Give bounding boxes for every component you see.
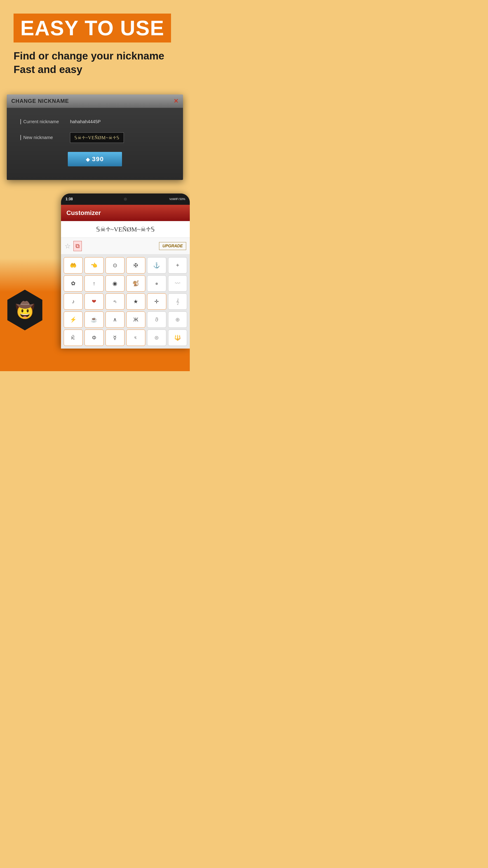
phone-notch — [119, 197, 132, 202]
symbol-cell[interactable]: ⊛ — [147, 330, 166, 346]
new-nickname-input[interactable]: 𝕊☠♱~VEÑØM~☠♱𝕊 — [70, 132, 124, 143]
star-icon[interactable]: ☆ — [65, 242, 71, 250]
status-right: VoWiFi 50% — [169, 197, 185, 201]
status-time: 1:38 — [66, 197, 73, 201]
symbol-cell[interactable]: ∧ — [105, 311, 125, 328]
phone-frame: 1:38 VoWiFi 50% Customizer 𝕊☠♱~VEÑØM~☠♱𝕊 — [61, 193, 190, 348]
symbol-cell[interactable]: ✿ — [64, 275, 83, 291]
symbol-cell[interactable]: 〰 — [168, 275, 187, 291]
symbol-cell[interactable]: ⊕ — [168, 311, 187, 328]
symbol-cell[interactable]: ✦ — [168, 257, 187, 274]
symbol-cell[interactable]: 🐒 — [126, 275, 145, 291]
symbol-cell[interactable]: 𝄞 — [168, 293, 187, 310]
symbol-cell[interactable]: Φ — [85, 330, 103, 346]
symbol-cell[interactable]: ❤ — [85, 293, 103, 310]
app-title: Customizer — [66, 209, 101, 216]
symbol-cell[interactable]: ϑ — [147, 311, 166, 328]
symbol-cell[interactable]: ♪ — [64, 293, 83, 310]
symbol-cell[interactable]: ⚓ — [147, 257, 166, 274]
symbol-cell[interactable]: ◉ — [105, 275, 125, 291]
app-header: Customizer — [61, 205, 190, 221]
nickname-display: 𝕊☠♱~VEÑØM~☠♱𝕊 — [61, 221, 190, 238]
symbol-cell[interactable]: ⚡ — [64, 311, 83, 328]
symbol-toolbar: ☆ ⧉ UPGRADE — [61, 238, 190, 254]
easy-to-use-banner: EASY TO USE — [13, 13, 171, 42]
dialog-title: CHANGE NICKNAME — [11, 98, 69, 104]
symbol-cell[interactable]: ● — [147, 275, 166, 291]
subtitle-line2: Fast and easy — [13, 64, 82, 75]
current-nickname-label: Current nickname — [20, 119, 66, 124]
current-nickname-value: hahahah4445P — [70, 119, 101, 124]
symbol-cell[interactable]: 𑁯 — [105, 293, 125, 310]
new-nickname-row: New nickname 𝕊☠♱~VEÑØM~☠♱𝕊 — [20, 132, 169, 143]
copy-icon[interactable]: ⧉ — [73, 241, 82, 251]
symbol-cell[interactable]: 🔱 — [168, 330, 187, 346]
notch-camera — [124, 197, 127, 201]
subtitle: Find or change your nickname Fast and ea… — [13, 49, 176, 76]
dialog-titlebar: CHANGE NICKNAME ✕ — [7, 94, 183, 108]
symbol-cell[interactable]: 𑁮 — [126, 330, 145, 346]
symbol-cell[interactable]: ✛ — [147, 293, 166, 310]
upgrade-button[interactable]: UPGRADE — [159, 242, 186, 250]
symbol-cell[interactable]: 🤲 — [64, 257, 83, 274]
symbol-cell[interactable]: ꀗ — [64, 330, 83, 346]
symbol-cell[interactable]: ✠ — [126, 257, 145, 274]
subtitle-line1: Find or change your nickname — [13, 50, 164, 62]
confirm-button-container: 390 — [20, 152, 169, 166]
phone-section: 🤠 1:38 VoWiFi 50% Customizer — [0, 193, 190, 371]
confirm-button[interactable]: 390 — [68, 152, 122, 166]
symbol-cell[interactable]: ⊙ — [105, 257, 125, 274]
symbol-cell[interactable]: ★ — [126, 293, 145, 310]
top-section: EASY TO USE Find or change your nickname… — [0, 0, 190, 94]
new-nickname-label: New nickname — [20, 135, 66, 140]
status-right-text: VoWiFi 50% — [169, 197, 185, 201]
symbol-cell[interactable]: ☕ — [85, 311, 103, 328]
change-nickname-dialog: CHANGE NICKNAME ✕ Current nickname hahah… — [7, 94, 183, 180]
symbol-cell[interactable]: 👈 — [85, 257, 103, 274]
close-button[interactable]: ✕ — [173, 98, 178, 105]
symbol-cell[interactable]: Ж — [126, 311, 145, 328]
phone-content: Customizer 𝕊☠♱~VEÑØM~☠♱𝕊 ☆ ⧉ UPGRADE 🤲 👈… — [61, 205, 190, 348]
phone-status-bar: 1:38 VoWiFi 50% — [61, 193, 190, 205]
symbol-cell[interactable]: ☿ — [105, 330, 125, 346]
dialog-body: Current nickname hahahah4445P New nickna… — [7, 108, 183, 180]
current-nickname-row: Current nickname hahahah4445P — [20, 119, 169, 124]
nickname-text: 𝕊☠♱~VEÑØM~☠♱𝕊 — [96, 226, 155, 233]
confirm-button-label: 390 — [92, 156, 104, 162]
symbol-cell[interactable]: ↑ — [85, 275, 103, 291]
easy-to-use-text: EASY TO USE — [20, 17, 164, 39]
symbol-grid: 🤲 👈 ⊙ ✠ ⚓ ✦ ✿ ↑ ◉ 🐒 ● 〰 ♪ ❤ � — [61, 254, 190, 348]
